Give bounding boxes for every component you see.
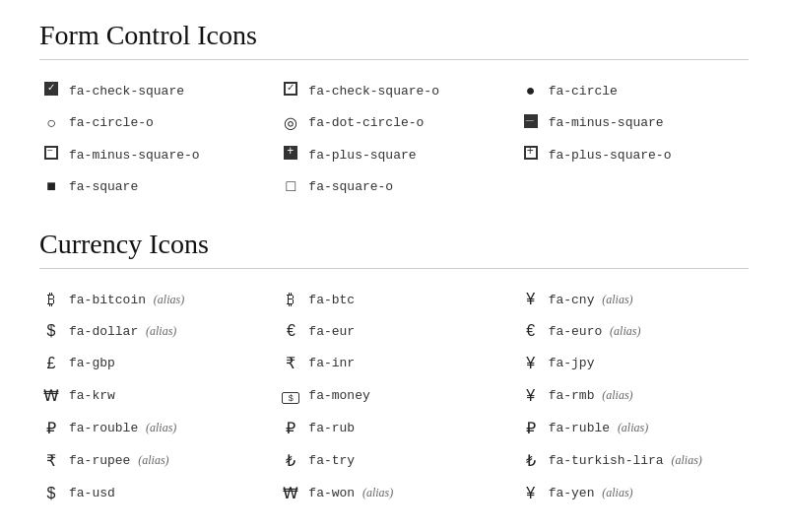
- list-item: ¥ fa-jpy: [519, 350, 749, 376]
- icon-label: fa-circle-o: [69, 115, 154, 130]
- list-item: ₿ fa-btc: [279, 287, 508, 312]
- list-item: [519, 173, 749, 199]
- list-item: £ fa-gbp: [39, 350, 269, 376]
- fa-money-icon: $: [281, 387, 300, 405]
- icon-label: fa-jpy: [549, 356, 595, 370]
- list-item: ₩ fa-won (alias): [279, 480, 508, 506]
- fa-circle-o-icon: ○: [41, 114, 61, 132]
- fa-cny-icon: ¥: [521, 291, 541, 308]
- fa-jpy-icon: ¥: [521, 355, 541, 372]
- list-item: € fa-eur: [279, 318, 508, 344]
- icon-label: fa-plus-square-o: [549, 148, 672, 163]
- icon-label: fa-minus-square: [549, 115, 664, 130]
- list-item: ₽ fa-ruble (alias): [519, 415, 749, 441]
- fa-won-icon: ₩: [281, 484, 300, 502]
- icon-label: fa-circle: [549, 84, 618, 99]
- icon-label: fa-cny (alias): [549, 293, 633, 307]
- fa-check-square-o-icon: [281, 82, 300, 100]
- list-item: ₺ fa-try: [279, 447, 508, 474]
- fa-rupee-icon: ₹: [41, 451, 61, 470]
- fa-bitcoin-icon: ₿: [41, 291, 61, 308]
- list-item: $ fa-usd: [39, 480, 269, 506]
- currency-grid: ₿ fa-bitcoin (alias) ₿ fa-btc ¥ fa-cny (…: [39, 287, 749, 506]
- list-item: fa-check-square: [39, 78, 269, 103]
- list-item: € fa-euro (alias): [519, 318, 749, 344]
- fa-plus-square-o-icon: [521, 146, 541, 164]
- form-control-title: Form Control Icons: [39, 20, 749, 51]
- icon-label: fa-gbp: [69, 356, 115, 370]
- icon-label: fa-usd: [69, 486, 115, 500]
- fa-minus-square-o-icon: [41, 146, 61, 164]
- icon-label: fa-btc: [308, 293, 355, 307]
- fa-dot-circle-o-icon: ◎: [281, 113, 300, 132]
- list-item: fa-plus-square: [279, 142, 508, 167]
- form-control-section: Form Control Icons fa-check-square fa-ch…: [39, 20, 749, 199]
- list-item: □ fa-square-o: [279, 173, 508, 199]
- list-item: ○ fa-circle-o: [39, 109, 269, 136]
- icon-label: fa-turkish-lira (alias): [549, 453, 702, 468]
- icon-label: fa-euro (alias): [549, 324, 641, 339]
- list-item: ¥ fa-cny (alias): [519, 287, 749, 312]
- fa-krw-icon: ₩: [41, 386, 61, 405]
- fa-inr-icon: ₹: [281, 354, 300, 372]
- fa-square-o-icon: □: [281, 177, 300, 195]
- icon-label: fa-rmb (alias): [549, 388, 633, 403]
- icon-label: fa-inr: [308, 356, 355, 370]
- fa-btc-icon: ₿: [281, 291, 300, 308]
- fa-eur-icon: €: [281, 322, 300, 340]
- list-item: ■ fa-square: [39, 173, 269, 199]
- list-item: $ fa-dollar (alias): [39, 318, 269, 344]
- icon-label: fa-ruble (alias): [549, 421, 649, 435]
- list-item: $ fa-money: [279, 382, 508, 409]
- fa-turkish-lira-icon: ₺: [521, 451, 541, 470]
- list-item: ₽ fa-rub: [279, 415, 508, 441]
- list-item: fa-minus-square-o: [39, 142, 269, 167]
- icon-label: fa-try: [308, 453, 355, 468]
- currency-divider: [39, 268, 749, 269]
- fa-euro-icon: €: [521, 322, 541, 340]
- fa-ruble-icon: ₽: [521, 419, 541, 437]
- icon-label: fa-square-o: [308, 179, 393, 194]
- icon-label: fa-yen (alias): [549, 486, 633, 500]
- icon-label: fa-check-square-o: [308, 84, 439, 99]
- fa-circle-icon: ●: [521, 82, 541, 100]
- list-item: ₹ fa-rupee (alias): [39, 447, 269, 474]
- icon-label: fa-square: [69, 179, 138, 194]
- fa-square-icon: ■: [41, 177, 61, 195]
- icon-label: fa-check-square: [69, 84, 184, 99]
- icon-label: fa-won (alias): [308, 486, 393, 500]
- icon-label: fa-dollar (alias): [69, 324, 176, 339]
- fa-gbp-icon: £: [41, 355, 61, 372]
- fa-try-icon: ₺: [281, 451, 300, 470]
- list-item: fa-plus-square-o: [519, 142, 749, 167]
- icon-label: fa-eur: [308, 324, 355, 339]
- currency-section: Currency Icons ₿ fa-bitcoin (alias) ₿ fa…: [39, 229, 749, 506]
- list-item: ₽ fa-rouble (alias): [39, 415, 269, 441]
- icon-label: fa-bitcoin (alias): [69, 293, 184, 307]
- fa-rouble-icon: ₽: [41, 419, 61, 437]
- fa-rmb-icon: ¥: [521, 387, 541, 405]
- list-item: ¥ fa-rmb (alias): [519, 382, 749, 409]
- fa-plus-square-icon: [281, 146, 300, 164]
- list-item: ₩ fa-krw: [39, 382, 269, 409]
- icon-label: fa-rupee (alias): [69, 453, 169, 468]
- fa-yen-icon: ¥: [521, 485, 541, 502]
- fa-rub-icon: ₽: [281, 419, 300, 437]
- fa-usd-icon: $: [41, 485, 61, 502]
- currency-title: Currency Icons: [39, 229, 749, 260]
- icon-label: fa-rouble (alias): [69, 421, 176, 435]
- icon-label: fa-minus-square-o: [69, 148, 200, 163]
- list-item: fa-check-square-o: [279, 78, 508, 103]
- list-item: ¥ fa-yen (alias): [519, 480, 749, 506]
- list-item: ₹ fa-inr: [279, 350, 508, 376]
- list-item: ◎ fa-dot-circle-o: [279, 109, 508, 136]
- icon-label: fa-money: [308, 388, 369, 403]
- icon-label: fa-rub: [308, 421, 355, 435]
- list-item: ₺ fa-turkish-lira (alias): [519, 447, 749, 474]
- list-item: ● fa-circle: [519, 78, 749, 103]
- form-control-divider: [39, 59, 749, 60]
- fa-dollar-icon: $: [41, 322, 61, 340]
- icon-label: fa-krw: [69, 388, 115, 403]
- form-control-grid: fa-check-square fa-check-square-o ● fa-c…: [39, 78, 749, 199]
- fa-minus-square-icon: [521, 114, 541, 132]
